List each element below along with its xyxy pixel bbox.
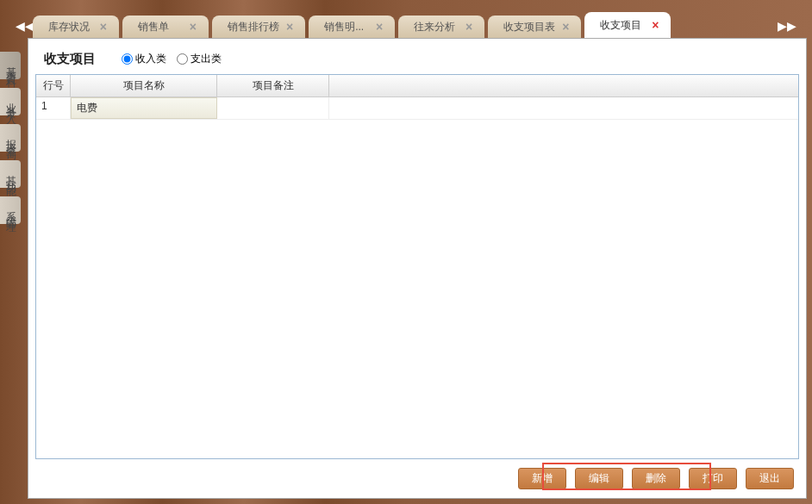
tab-label: 销售单 (138, 20, 169, 34)
radio-income[interactable]: 收入类 (122, 52, 166, 66)
radio-expense-input[interactable] (177, 53, 188, 65)
tab-label: 收支项目表 (503, 20, 555, 34)
grid-header: 行号 项目名称 项目备注 (36, 75, 798, 97)
sidebar-item-other-func[interactable]: 其它功能 (0, 160, 21, 188)
col-header-note[interactable]: 项目备注 (217, 75, 329, 96)
sidebar-item-label: 系统管理 (3, 203, 18, 217)
tab-sales-order[interactable]: 销售单 × (122, 16, 209, 38)
tab-label: 往来分析 (414, 20, 455, 34)
highlight-box (542, 463, 711, 490)
tab-bar: 库存状况 × 销售单 × 销售排行榜 × 销售明... × 往来分析 × 收支项… (0, 0, 812, 38)
close-icon[interactable]: × (100, 20, 107, 34)
sidebar-item-report-query[interactable]: 报表查询 (0, 124, 21, 152)
cell-note[interactable] (217, 97, 329, 119)
close-icon[interactable]: × (465, 20, 472, 34)
main-panel: 收支项目 收入类 支出类 行号 项目名称 项目备注 1 电费 (28, 38, 807, 499)
sidebar-item-system-mgmt[interactable]: 系统管理 (0, 196, 21, 224)
print-button[interactable]: 打印 (689, 468, 737, 489)
tab-label: 销售明... (324, 20, 364, 34)
cell-name[interactable]: 电费 (71, 97, 217, 119)
sidebar-item-label: 基本資料 (3, 59, 18, 72)
tab-inventory[interactable]: 库存状况 × (33, 16, 119, 38)
cell-row: 1 (36, 97, 71, 119)
edit-button[interactable]: 编辑 (575, 468, 623, 489)
sidebar: 基本資料 业务录入 报表查询 其它功能 系统管理 (0, 52, 21, 224)
footer: 新增 编辑 删除 打印 退出 (28, 459, 806, 498)
tab-income-expense-list[interactable]: 收支项目表 × (488, 16, 581, 38)
close-icon[interactable]: × (652, 18, 659, 32)
exit-button[interactable]: 退出 (746, 468, 794, 489)
grid-body[interactable]: 1 电费 (36, 97, 798, 458)
table-row[interactable]: 1 电费 (36, 97, 798, 120)
sidebar-item-label: 业务录入 (3, 95, 18, 109)
sidebar-item-biz-entry[interactable]: 业务录入 (0, 88, 21, 115)
tab-income-expense-item[interactable]: 收支项目 × (584, 12, 671, 38)
radio-income-input[interactable] (122, 53, 133, 65)
data-grid: 行号 项目名称 项目备注 1 电费 (35, 74, 799, 459)
tab-label: 收支项目 (600, 18, 641, 33)
tab-sales-rank[interactable]: 销售排行榜 × (212, 16, 305, 38)
panel-header: 收支项目 收入类 支出类 (28, 39, 806, 74)
col-header-row[interactable]: 行号 (36, 75, 71, 96)
tab-label: 库存状况 (48, 20, 90, 34)
panel-title: 收支项目 (44, 51, 96, 67)
tab-label: 销售排行榜 (228, 20, 279, 34)
radio-label: 支出类 (191, 52, 222, 66)
add-button[interactable]: 新增 (518, 468, 566, 489)
sidebar-item-basic-data[interactable]: 基本資料 (0, 52, 21, 79)
close-icon[interactable]: × (562, 20, 569, 34)
nav-prev-icon[interactable]: ◀◀ (16, 19, 34, 33)
sidebar-item-label: 其它功能 (3, 167, 18, 181)
nav-next-icon[interactable]: ▶▶ (778, 19, 796, 33)
close-icon[interactable]: × (190, 20, 197, 34)
radio-expense[interactable]: 支出类 (177, 52, 222, 66)
radio-group: 收入类 支出类 (122, 52, 222, 66)
sidebar-item-label: 报表查询 (3, 131, 18, 145)
close-icon[interactable]: × (286, 20, 293, 34)
radio-label: 收入类 (135, 52, 166, 66)
close-icon[interactable]: × (376, 20, 383, 34)
col-header-name[interactable]: 项目名称 (71, 75, 217, 96)
tab-contact-analysis[interactable]: 往来分析 × (398, 16, 484, 38)
tab-sales-detail[interactable]: 销售明... × (309, 16, 395, 38)
delete-button[interactable]: 删除 (632, 468, 680, 489)
